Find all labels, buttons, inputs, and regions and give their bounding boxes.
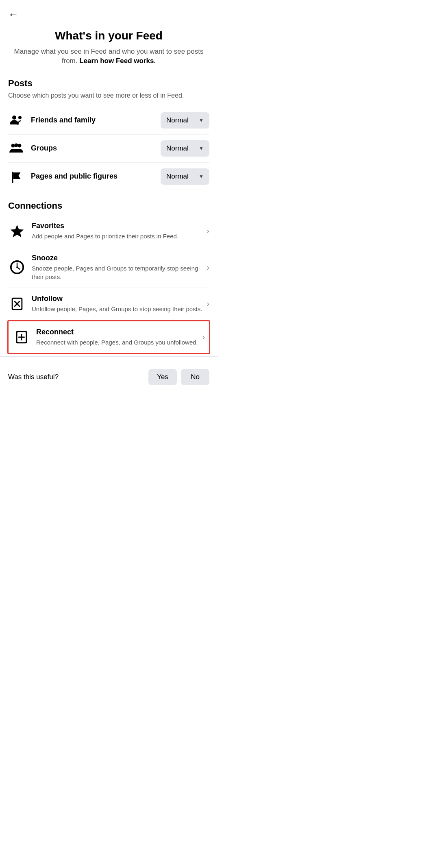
- page-header: What's in your Feed Manage what you see …: [0, 25, 218, 74]
- pages-dropdown-value: Normal: [166, 172, 189, 181]
- reconnect-content: Reconnect Reconnect with people, Pages, …: [36, 328, 198, 347]
- friends-dropdown-value: Normal: [166, 116, 189, 124]
- header-subtitle: Manage what you see in Feed and who you …: [12, 47, 205, 66]
- svg-point-3: [18, 144, 22, 147]
- learn-link[interactable]: Learn how Feed works.: [79, 57, 156, 65]
- unfollow-icon: [8, 295, 26, 313]
- favorites-title: Favorites: [32, 222, 202, 230]
- reconnect-icon: [13, 328, 30, 346]
- unfollow-title: Unfollow: [32, 294, 202, 303]
- post-item-groups-left: Groups: [8, 140, 161, 157]
- reconnect-desc: Reconnect with people, Pages, and Groups…: [36, 338, 198, 347]
- pages-icon: [8, 168, 24, 185]
- favorites-desc: Add people and Pages to prioritize their…: [32, 232, 202, 240]
- connection-item-favorites[interactable]: Favorites Add people and Pages to priori…: [8, 215, 209, 247]
- friends-label: Friends and family: [31, 116, 96, 124]
- svg-point-4: [15, 143, 18, 147]
- groups-dropdown[interactable]: Normal ▼: [161, 140, 209, 157]
- page-wrapper: ← What's in your Feed Manage what you se…: [0, 0, 218, 410]
- svg-point-1: [18, 116, 22, 119]
- groups-dropdown-value: Normal: [166, 144, 189, 153]
- reconnect-title: Reconnect: [36, 328, 198, 336]
- back-button[interactable]: ←: [0, 0, 218, 25]
- post-item-groups: Groups Normal ▼: [8, 135, 209, 163]
- connection-item-snooze[interactable]: Snooze Snooze people, Pages and Groups t…: [8, 247, 209, 288]
- post-item-friends: Friends and family Normal ▼: [8, 107, 209, 135]
- back-arrow-icon[interactable]: ←: [8, 8, 19, 21]
- svg-marker-6: [11, 225, 24, 237]
- posts-section: Posts Choose which posts you want to see…: [0, 74, 218, 192]
- svg-point-2: [11, 144, 15, 147]
- pages-dropdown-arrow-icon: ▼: [199, 174, 204, 179]
- pages-label: Pages and public figures: [31, 172, 117, 181]
- snooze-desc: Snooze people, Pages and Groups to tempo…: [32, 264, 202, 281]
- friends-dropdown-arrow-icon: ▼: [199, 118, 204, 123]
- connections-title: Connections: [8, 201, 209, 211]
- footer-buttons: Yes No: [148, 369, 209, 385]
- post-item-pages-left: Pages and public figures: [8, 168, 161, 185]
- favorites-chevron-icon: ›: [207, 226, 209, 236]
- friends-dropdown[interactable]: Normal ▼: [161, 112, 209, 129]
- groups-label: Groups: [31, 144, 57, 153]
- groups-dropdown-arrow-icon: ▼: [199, 146, 204, 151]
- connection-item-reconnect[interactable]: Reconnect Reconnect with people, Pages, …: [7, 320, 210, 354]
- snooze-content: Snooze Snooze people, Pages and Groups t…: [32, 254, 202, 281]
- posts-section-title: Posts: [8, 78, 209, 89]
- snooze-chevron-icon: ›: [207, 263, 209, 272]
- reconnect-chevron-icon: ›: [202, 332, 205, 342]
- yes-button[interactable]: Yes: [148, 369, 177, 385]
- svg-rect-5: [12, 172, 13, 183]
- favorites-icon: [8, 222, 26, 240]
- post-item-pages: Pages and public figures Normal ▼: [8, 163, 209, 190]
- posts-section-subtitle: Choose which posts you want to see more …: [8, 91, 209, 100]
- unfollow-chevron-icon: ›: [207, 299, 209, 308]
- footer-divider: [0, 356, 218, 357]
- friends-icon: [8, 112, 24, 129]
- snooze-title: Snooze: [32, 254, 202, 262]
- post-item-friends-left: Friends and family: [8, 112, 161, 129]
- page-title: What's in your Feed: [12, 29, 205, 43]
- pages-dropdown[interactable]: Normal ▼: [161, 168, 209, 185]
- snooze-icon: [8, 258, 26, 276]
- unfollow-content: Unfollow Unfollow people, Pages, and Gro…: [32, 294, 202, 313]
- svg-point-0: [12, 116, 16, 120]
- no-button[interactable]: No: [181, 369, 209, 385]
- favorites-content: Favorites Add people and Pages to priori…: [32, 222, 202, 240]
- unfollow-desc: Unfollow people, Pages, and Groups to st…: [32, 305, 202, 313]
- footer: Was this useful? Yes No: [0, 361, 218, 393]
- groups-icon: [8, 140, 24, 157]
- footer-question: Was this useful?: [8, 373, 59, 381]
- connection-item-unfollow[interactable]: Unfollow Unfollow people, Pages, and Gro…: [8, 288, 209, 320]
- connections-section: Connections Favorites Add people and Pag…: [0, 192, 218, 356]
- svg-point-11: [16, 266, 18, 268]
